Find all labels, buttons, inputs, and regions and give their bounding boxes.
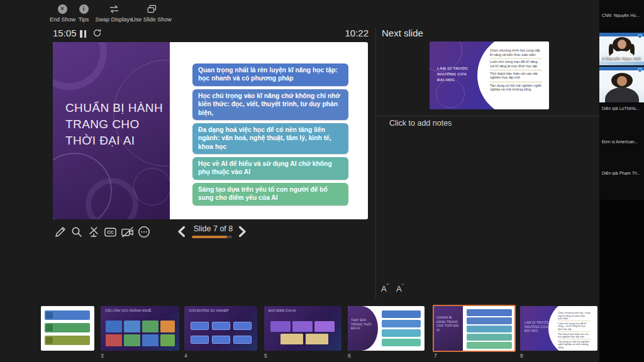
thumb-number: 4 [184, 353, 187, 359]
end-show-button[interactable]: ✕ End Show [50, 4, 75, 23]
slide-bullet: Quan trọng nhất là rèn luyện kĩ năng học… [192, 63, 348, 86]
clock: 10:22 [340, 28, 369, 38]
cc-icon: CC [104, 226, 117, 238]
next-slide-bullet: Tận dụng cơ hội trải nghiệm nghề nghiệp … [490, 82, 542, 93]
filmstrip-thumb-partial[interactable] [41, 306, 94, 351]
swap-displays-label: Swap Displays [92, 16, 135, 23]
participant-tile-audio[interactable]: CNN_Nguyễn Hồ... [599, 0, 644, 32]
person-avatar [618, 40, 626, 49]
participant-name: Đơn vị American... [602, 140, 642, 144]
virtual-bg-wave [599, 62, 644, 65]
filmstrip-thumb-5[interactable]: ĐẶC ĐIỂM CỦA AI [264, 306, 341, 351]
participant-name: Diễn giả Phạm Th... [602, 171, 642, 175]
current-slide[interactable]: CHUẨN BỊ HÀNH TRANG CHO THỜI ĐẠI AI Quan… [53, 42, 368, 219]
participant-tile-video[interactable] [599, 67, 644, 102]
previous-slide-button[interactable] [177, 226, 186, 238]
decrease-font-button[interactable]: Aˇ [396, 284, 409, 293]
thumb-number: 3 [101, 353, 104, 359]
brand-logo-icon [638, 68, 642, 72]
timer-elapsed: 15:05 [53, 28, 77, 38]
presenter-view: ✕ End Show i Tips Swap Displays Use Slid… [0, 0, 599, 362]
participant-name: Diễn giả LùThịHồ... [602, 106, 642, 111]
laser-pointer-button[interactable] [87, 226, 101, 239]
swap-displays-button[interactable]: Swap Displays [92, 4, 135, 23]
decor-ring [53, 42, 107, 90]
font-decrease-label: A [396, 284, 402, 293]
next-slide-bullet: Luôn chú trọng trau dồi kĩ năng , coi kĩ… [490, 58, 542, 70]
thumb-title: CON ĐƯỜNG SỰ NGHIỆP [189, 309, 255, 313]
next-slide-button[interactable] [238, 226, 247, 238]
increase-font-button[interactable]: Aˆ [381, 284, 394, 293]
magnifier-icon [70, 226, 83, 238]
stacked-slides-icon [130, 4, 174, 14]
slide-progress-bar [192, 236, 232, 238]
next-slide-preview: LÀM GÌ TRƯỚC NGƯỠNG CỬA ĐẠI HỌC Chọn chư… [430, 41, 549, 109]
filmstrip-thumb-6[interactable]: THAY ĐỔI TRONG THỜI ĐẠI AI [348, 306, 425, 351]
slide-bullet: Học chú trọng vào kĩ năng chứ không chỉ … [192, 89, 348, 120]
participant-tile-video[interactable]: ô Nguyễn Ngọc Anh [599, 33, 644, 65]
filmstrip-thumb-3[interactable]: CÁC LĨNH VỰC NGÀNH NGHỀ [101, 306, 179, 351]
notes-placeholder[interactable]: Click to add notes [389, 119, 452, 128]
captions-button[interactable]: CC [104, 226, 118, 239]
zoom-tool-button[interactable] [70, 226, 84, 239]
participant-tile-audio[interactable]: Đơn vị American... [599, 134, 644, 167]
chevron-left-icon [177, 226, 186, 238]
svg-text:CC: CC [107, 230, 113, 235]
end-show-label: End Show [50, 16, 75, 23]
thumb-number: 6 [348, 353, 351, 359]
thumb-title: THAY ĐỔI TRONG THỜI ĐẠI AI [351, 319, 374, 331]
decor-ring [133, 168, 170, 206]
use-slide-show-label: Use Slide Show [130, 16, 174, 23]
use-slide-show-button[interactable]: Use Slide Show [130, 4, 174, 23]
person-avatar [617, 76, 627, 86]
filmstrip-thumb-4[interactable]: CON ĐƯỜNG SỰ NGHIỆP [184, 306, 257, 351]
notes-divider [377, 116, 599, 116]
pen-icon [54, 226, 67, 238]
next-slide-bullet: Thử thách bản thân với các trải nghiệm h… [490, 70, 542, 82]
pen-tool-button[interactable] [54, 226, 68, 239]
chevron-right-icon [238, 226, 247, 238]
participant-tile-audio[interactable]: Diễn giả LùThịHồ... [599, 103, 644, 134]
next-slide-header: Next slide [382, 28, 423, 38]
tips-button[interactable]: i Tips [75, 4, 92, 23]
next-slide-title: LÀM GÌ TRƯỚC NGƯỠNG CỬA ĐẠI HỌC [437, 65, 473, 83]
next-slide-bullet: Chọn chương trình học cung cấp kĩ năng v… [490, 47, 542, 58]
ellipsis-icon [138, 226, 150, 238]
pause-icon [84, 30, 87, 38]
restart-timer-button[interactable] [92, 28, 102, 38]
participant-name: CNN_Nguyễn Hồ... [602, 13, 642, 18]
screen: ✕ End Show i Tips Swap Displays Use Slid… [0, 0, 644, 362]
thumb-number: 8 [520, 353, 523, 359]
slide-bullets: Quan trọng nhất là rèn luyện kĩ năng học… [192, 63, 348, 209]
panel-divider [375, 28, 376, 300]
caret-down-icon: ˇ [402, 283, 404, 290]
thumb-number: 5 [264, 353, 267, 359]
font-increase-label: A [381, 284, 387, 293]
participants-panel: CNN_Nguyễn Hồ... ô Nguyễn Ngọc Anh Diễn … [599, 0, 644, 362]
more-tools-button[interactable] [138, 226, 152, 239]
slide-bullet: Sáng tạo dựa trên yếu tố con người để bổ… [192, 183, 348, 206]
slide-counter: Slide 7 of 8 [188, 224, 238, 233]
next-slide-bullets: Chọn chương trình học cung cấp kĩ năng v… [490, 47, 542, 93]
camera-off-icon [121, 226, 134, 238]
tips-label: Tips [75, 16, 92, 23]
thumb-title: LÀM GÌ TRƯỚC NGƯỠNG CỬA ĐẠI HỌC [525, 321, 551, 333]
filmstrip-thumb-8[interactable]: LÀM GÌ TRƯỚC NGƯỠNG CỬA ĐẠI HỌC Chọn chư… [520, 306, 597, 351]
thumb-number: 7 [434, 353, 437, 359]
filmstrip-thumb-7-selected[interactable]: CHUẨN BỊ HÀNH TRANG CHO THỜI ĐẠI AI [433, 305, 516, 352]
thumb-title: CHUẨN BỊ HÀNH TRANG CHO THỜI ĐẠI AI [436, 316, 460, 332]
caret-up-icon: ˆ [387, 283, 389, 290]
participant-tile-audio[interactable]: Diễn giả Phạm Th... [599, 167, 644, 200]
camera-button[interactable] [121, 226, 135, 239]
thumb-title: ĐẶC ĐIỂM CỦA AI [269, 309, 335, 313]
slide-title: CHUẨN BỊ HÀNH TRANG CHO THỜI ĐẠI AI [65, 100, 164, 148]
thumb-title: CÁC LĨNH VỰC NGÀNH NGHỀ [105, 309, 175, 313]
brand-logo-icon [638, 34, 642, 38]
slide-title-panel: CHUẨN BỊ HÀNH TRANG CHO THỜI ĐẠI AI [53, 42, 170, 219]
pause-timer-button[interactable] [80, 30, 87, 38]
refresh-icon [92, 28, 102, 38]
info-icon: i [75, 4, 92, 14]
slide-bullet: Học về AI để hiểu và sử dụng AI chứ khôn… [192, 157, 348, 180]
slide-progress-fill [192, 236, 227, 238]
decor-ring [436, 79, 465, 108]
